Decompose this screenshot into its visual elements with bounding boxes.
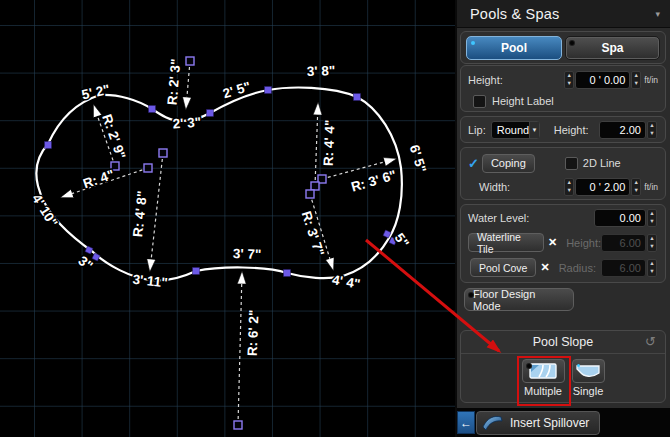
radius-center-handle[interactable]: [234, 421, 242, 429]
dimension-label: R: 4' 8": [130, 190, 150, 238]
radius-center-handle[interactable]: [311, 182, 319, 190]
pool-cove-radius-label: Radius:: [559, 262, 596, 274]
panel-title: Pools & Spas: [470, 6, 559, 22]
water-level-stepper[interactable]: ▲▼: [647, 209, 657, 227]
radius-center-handle[interactable]: [306, 190, 314, 198]
lip-group: Lip: Round ▼ Height: 2.00 ▲▼: [460, 116, 666, 143]
coping-button[interactable]: Coping: [482, 154, 535, 173]
width-stepper-left[interactable]: ▲▼: [564, 178, 574, 196]
pool-slope-title: Pool Slope: [533, 335, 593, 349]
multiple-slope-label: Multiple: [524, 385, 562, 397]
lip-height-label: Height:: [554, 124, 589, 136]
lip-select[interactable]: Round ▼: [491, 121, 540, 139]
insert-spillover-label: Insert Spillover: [510, 416, 589, 430]
lip-label: Lip:: [468, 124, 486, 136]
tab-group: Pool Spa: [460, 31, 666, 64]
vertex-handle[interactable]: [149, 106, 156, 113]
back-arrow-button[interactable]: ←: [457, 411, 475, 434]
lip-height-input[interactable]: 2.00: [599, 121, 646, 139]
multiple-indicator-dot: [527, 364, 531, 368]
spillover-icon: [481, 414, 503, 431]
height-label: Height:: [468, 74, 503, 86]
lip-select-value: Round: [492, 122, 529, 138]
tab-spa-label: Spa: [601, 41, 623, 55]
active-indicator-dot: [471, 41, 475, 45]
coping-width-label: Width:: [479, 181, 510, 193]
floor-design-mode-button[interactable]: Floor Design Mode: [464, 288, 574, 311]
coping-width-input[interactable]: 0 ' 2.00: [575, 178, 630, 196]
single-slope-button[interactable]: [572, 359, 605, 383]
dimension-label: R: 4' 4": [321, 120, 338, 167]
multiple-slope-button[interactable]: [522, 359, 565, 383]
slope-option-single[interactable]: Single: [572, 359, 605, 397]
pool-slope-group: Pool Slope ↺ Multiple: [460, 330, 666, 403]
pool-cove-radius-stepper[interactable]: ▲▼: [647, 259, 657, 277]
edit-handles-layer: [45, 57, 397, 429]
reset-icon[interactable]: ↺: [645, 334, 656, 349]
dimension-label: 2' 5": [221, 79, 253, 102]
panel-header: Pools & Spas ▾: [457, 0, 670, 28]
radius-center-handle[interactable]: [159, 149, 167, 157]
waterline-height-label: Height:: [566, 237, 601, 249]
vertex-handle[interactable]: [207, 110, 214, 117]
width-stepper-right[interactable]: ▲▼: [631, 178, 641, 196]
dimension-label: R: 6' 2": [245, 310, 262, 357]
water-level-input[interactable]: 0.00: [594, 209, 646, 227]
radius-dimension-line: [315, 104, 318, 186]
pool-cove-radius-input[interactable]: 6.00: [601, 259, 646, 277]
panel-collapse-icon[interactable]: ▾: [655, 9, 660, 19]
water-level-label: Water Level:: [468, 212, 529, 224]
height-stepper-right[interactable]: ▲▼: [631, 71, 641, 89]
dimension-label: R: 4": [81, 167, 116, 192]
panel-bottom-bar: ← Insert Spillover: [457, 408, 670, 437]
dimension-label: 4' 4": [331, 272, 362, 292]
height-unit: ft/in: [644, 75, 658, 85]
pool-canvas-svg: 5' 2"R: 2' 9"R: 4"R: 2' 3"2' 3"2' 5"3' 8…: [0, 0, 455, 437]
radius-center-handle[interactable]: [144, 164, 152, 172]
coping-group: ✓ Coping 2D Line Width: ▲▼ 0 ' 2.00 ▲▼ f…: [460, 147, 666, 200]
vertex-handle[interactable]: [45, 142, 52, 149]
chevron-down-icon[interactable]: ▼: [529, 122, 539, 138]
tab-pool[interactable]: Pool: [466, 36, 562, 60]
vertex-handle[interactable]: [284, 270, 291, 277]
2d-line-label: 2D Line: [583, 157, 621, 169]
dimension-label: R: 3' 7": [299, 209, 328, 258]
floor-design-indicator-dot: [469, 293, 473, 297]
pool-cove-remove-icon[interactable]: ✕: [540, 261, 549, 274]
dimension-label: 5' 2": [80, 82, 111, 103]
height-input[interactable]: 0 ' 0.00: [575, 71, 630, 89]
floor-design-mode-label: Floor Design Mode: [473, 288, 565, 312]
pool-cove-button[interactable]: Pool Cove: [470, 258, 536, 277]
vertex-handle[interactable]: [354, 94, 361, 101]
inactive-indicator-dot: [570, 41, 574, 45]
radius-dimension-line: [186, 61, 190, 108]
waterline-tile-remove-icon[interactable]: ✕: [548, 236, 557, 249]
height-stepper-left[interactable]: ▲▼: [564, 71, 574, 89]
coping-check-icon[interactable]: ✓: [468, 156, 479, 171]
radius-center-handle[interactable]: [111, 162, 119, 170]
tab-pool-label: Pool: [501, 41, 527, 55]
tab-spa[interactable]: Spa: [565, 36, 660, 60]
dimension-label: 3": [75, 253, 95, 273]
vertex-handle[interactable]: [193, 268, 200, 275]
insert-spillover-button[interactable]: Insert Spillover: [476, 411, 600, 435]
width-unit: ft/in: [644, 182, 658, 192]
single-slope-label: Single: [573, 385, 604, 397]
drawing-canvas[interactable]: 5' 2"R: 2' 9"R: 4"R: 2' 3"2' 3"2' 5"3' 8…: [0, 0, 455, 437]
dimension-label: 6' 5": [407, 143, 430, 175]
multiple-slope-icon: [529, 363, 557, 379]
vertex-handle[interactable]: [265, 87, 272, 94]
single-slope-icon: [576, 364, 600, 379]
2d-line-checkbox[interactable]: [565, 157, 578, 170]
waterline-height-stepper[interactable]: ▲▼: [647, 234, 657, 252]
lip-height-stepper[interactable]: ▲▼: [647, 121, 657, 139]
slope-option-multiple[interactable]: Multiple: [522, 359, 565, 397]
dimension-label: 5": [392, 230, 412, 250]
waterline-tile-button[interactable]: Waterline Tile: [468, 233, 544, 252]
height-label-checkbox-label: Height Label: [492, 95, 554, 107]
waterline-height-input[interactable]: 6.00: [601, 234, 646, 252]
radius-dimension-line: [238, 273, 242, 425]
radius-center-handle[interactable]: [186, 57, 194, 65]
height-label-checkbox[interactable]: [473, 95, 486, 108]
dimension-label: 4' 10": [29, 191, 61, 229]
